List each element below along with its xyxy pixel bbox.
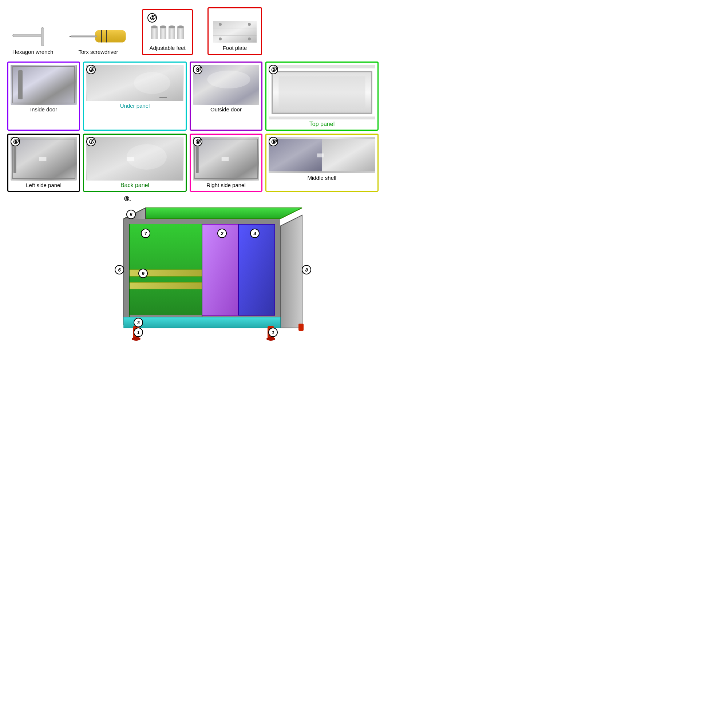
svg-rect-36 [196, 145, 199, 173]
back-panel-label: Back panel [121, 182, 149, 188]
under-panel-label: Under panel [120, 102, 150, 109]
svg-text:5: 5 [130, 212, 133, 217]
diagram-section: ⑤. [7, 197, 379, 343]
hexagon-wrench-icon [11, 25, 55, 47]
outside-door-label: Outside door [210, 106, 242, 112]
svg-rect-39 [322, 139, 376, 171]
cabinet-diagram: 1 1 2 3 4 5 6 7 8 9 [66, 197, 320, 343]
svg-rect-26 [278, 76, 365, 109]
outside-door-image [193, 65, 259, 105]
svg-text:7: 7 [144, 231, 147, 236]
svg-rect-3 [95, 30, 125, 43]
inside-door-box: ② Inside door [7, 61, 80, 131]
svg-point-13 [219, 37, 222, 40]
svg-marker-42 [124, 208, 302, 219]
middle-shelf-box: ⑨ [265, 134, 379, 192]
svg-point-19 [134, 72, 170, 94]
svg-text:6: 6 [118, 267, 121, 273]
svg-rect-30 [39, 157, 47, 161]
inside-door-label: Inside door [30, 106, 57, 112]
svg-point-55 [132, 337, 141, 341]
svg-text:2: 2 [220, 231, 223, 236]
svg-rect-49 [239, 224, 275, 315]
top-panel-box: ⑤ Top panel [265, 61, 379, 131]
left-side-panel-image [11, 137, 77, 180]
foot-plate-image [213, 21, 257, 43]
svg-point-57 [266, 337, 275, 341]
inside-door-image [11, 65, 77, 105]
svg-rect-33 [127, 157, 134, 161]
svg-point-14 [248, 37, 251, 40]
top-panel-label: Top panel [309, 121, 335, 127]
left-side-panel-label: Left side panel [26, 182, 61, 188]
svg-rect-51 [129, 283, 202, 289]
adjustable-feet-box: ① Adjustable feet [142, 9, 193, 55]
svg-text:3: 3 [137, 320, 140, 326]
adjustable-feet-image [151, 23, 184, 43]
top-panel-badge: ⑤ [269, 65, 278, 74]
svg-point-12 [248, 23, 251, 26]
svg-point-22 [207, 70, 250, 89]
svg-point-11 [219, 23, 222, 26]
svg-marker-41 [280, 215, 302, 328]
middle-shelf-badge: ⑨ [269, 137, 278, 146]
svg-text:1: 1 [272, 330, 274, 335]
under-panel-badge: ③ [86, 65, 96, 74]
tools-row: Hexagon wrench [7, 7, 379, 55]
adjustable-feet-label: Adjustable feet [149, 45, 185, 51]
svg-marker-7 [69, 36, 70, 37]
svg-rect-40 [317, 154, 324, 158]
svg-text:1: 1 [137, 330, 139, 335]
svg-rect-6 [70, 36, 96, 37]
right-side-panel-image [193, 137, 259, 180]
hexagon-wrench-label: Hexagon wrench [12, 49, 54, 55]
back-panel-image [86, 137, 184, 180]
left-side-panel-badge: ⑥ [11, 137, 20, 146]
back-panel-badge: ⑦ [86, 137, 96, 146]
middle-shelf-image [269, 137, 375, 173]
hexagon-wrench-item: Hexagon wrench [11, 25, 55, 55]
middle-shelf-label: Middle shelf [307, 175, 336, 181]
svg-rect-45 [124, 317, 280, 328]
svg-rect-48 [202, 224, 239, 315]
foot-plate-box: Foot plate [208, 7, 262, 55]
svg-rect-17 [18, 70, 23, 99]
adjustable-feet-badge: ① [147, 13, 157, 23]
svg-rect-0 [13, 34, 43, 37]
right-side-panel-label: Right side panel [206, 182, 246, 188]
torx-screwdriver-icon [69, 27, 127, 47]
svg-rect-29 [14, 145, 16, 173]
svg-text:9: 9 [142, 271, 145, 276]
diagram-5-label: ⑤. [124, 195, 131, 203]
svg-rect-37 [222, 157, 229, 161]
right-side-panel-box: ⑧ Right si [190, 134, 262, 192]
right-side-panel-badge: ⑧ [193, 137, 202, 146]
torx-screwdriver-item: Torx screwdriver [69, 27, 127, 55]
outside-door-box: ④ Outside door [190, 61, 262, 131]
page: Hexagon wrench [0, 0, 386, 350]
svg-text:8: 8 [305, 267, 308, 273]
back-panel-box: ⑦ Back panel [83, 134, 187, 192]
left-side-panel-box: ⑥ [7, 134, 80, 192]
top-panel-image [269, 65, 375, 119]
foot-plate-label: Foot plate [223, 45, 247, 51]
under-panel-box: ③ Under panel [83, 61, 187, 131]
under-panel-image [86, 65, 184, 101]
svg-text:4: 4 [253, 231, 256, 236]
outside-door-badge: ④ [193, 65, 202, 74]
svg-rect-58 [298, 324, 304, 331]
svg-rect-1 [41, 27, 44, 46]
torx-screwdriver-label: Torx screwdriver [78, 49, 118, 55]
